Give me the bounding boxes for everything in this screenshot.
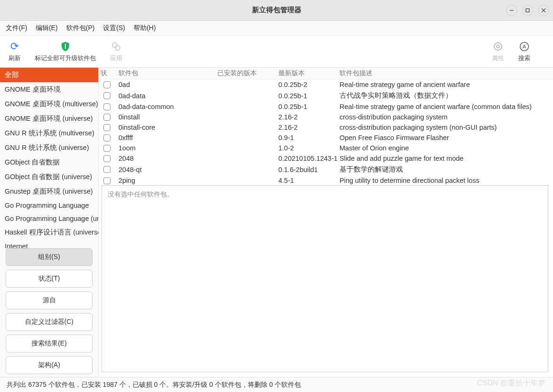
maximize-button[interactable] (522, 5, 533, 16)
apply-button: 应用 (110, 41, 122, 63)
status-checkbox[interactable] (103, 166, 111, 173)
sidebar: 全部GNOME 桌面环境GNOME 桌面环境 (multiverse)GNOME… (0, 68, 99, 377)
status-checkbox[interactable] (103, 177, 111, 184)
category-item[interactable]: GNU R 统计系统 (universe) (0, 141, 98, 155)
table-row[interactable]: 0install-core2.16-2cross-distribution pa… (99, 122, 553, 133)
category-item[interactable]: Go Programming Language (universe) (0, 212, 98, 225)
window-title: 新立得包管理器 (252, 6, 301, 15)
main-area: 全部GNOME 桌面环境GNOME 桌面环境 (multiverse)GNOME… (0, 68, 553, 377)
apply-label: 应用 (110, 54, 122, 63)
window-controls (506, 5, 549, 16)
menu-settings[interactable]: 设置(S) (103, 24, 125, 32)
table-row[interactable]: 0ad0.0.25b-2Real-time strategy game of a… (99, 79, 553, 90)
cell-description: Real-time strategy game of ancient warfa… (340, 81, 551, 88)
category-item[interactable]: GNU R 统计系统 (multiverse) (0, 126, 98, 141)
table-row[interactable]: 0ad-data-common0.0.25b-1Real-time strate… (99, 102, 553, 112)
menu-package[interactable]: 软件包(P) (66, 24, 95, 32)
cell-description: 基于数学的解谜游戏 (340, 165, 551, 174)
cell-latest: 2.16-2 (278, 124, 340, 131)
status-checkbox[interactable] (103, 81, 111, 88)
col-package[interactable]: 软件包 (118, 69, 217, 78)
filter-status[interactable]: 状态(T) (6, 270, 93, 288)
filter-custom[interactable]: 自定义过滤器(C) (6, 313, 93, 331)
category-item[interactable]: 全部 (0, 68, 98, 82)
search-button[interactable]: A 搜索 (518, 41, 530, 63)
content-pane: 状 软件包 已安装的版本 最新版本 软件包描述 0ad0.0.25b-2Real… (99, 68, 553, 377)
category-item[interactable]: Internet (0, 240, 98, 248)
cell-description: Master of Orion engine (340, 144, 551, 152)
category-item[interactable]: Gnustep 桌面环境 (universe) (0, 184, 98, 199)
table-header: 状 软件包 已安装的版本 最新版本 软件包描述 (99, 68, 553, 79)
status-text: 共列出 67375 个软件包，已安装 1987 个，已破损 0 个。将安装/升级… (7, 381, 301, 389)
close-button[interactable] (538, 5, 549, 16)
svg-point-5 (115, 46, 120, 50)
cell-package: 2ping (118, 177, 217, 184)
menu-file[interactable]: 文件(F) (6, 24, 27, 32)
status-checkbox[interactable] (103, 103, 111, 110)
category-item[interactable]: Haskell 程序设计语言 (universe) (0, 225, 98, 240)
toolbar: ⟳ 刷新 标记全部可升级软件包 应用 属性 A 搜索 (0, 36, 553, 68)
filter-sections[interactable]: 组别(S) (6, 248, 93, 266)
refresh-button[interactable]: ⟳ 刷新 (8, 41, 21, 63)
detail-empty: 没有选中任何软件包。 (108, 190, 174, 198)
table-body[interactable]: 0ad0.0.25b-2Real-time strategy game of a… (99, 79, 553, 185)
menu-edit[interactable]: 编辑(E) (36, 24, 58, 32)
svg-point-7 (497, 45, 499, 48)
minimize-button[interactable] (506, 5, 517, 16)
table-row[interactable]: 2048-qt0.1.6-2build1基于数学的解谜游戏 (99, 164, 553, 175)
package-table: 状 软件包 已安装的版本 最新版本 软件包描述 0ad0.0.25b-2Real… (99, 68, 553, 185)
category-list[interactable]: 全部GNOME 桌面环境GNOME 桌面环境 (multiverse)GNOME… (0, 68, 98, 248)
cell-package: 0ad-data-common (118, 103, 217, 110)
cell-latest: 0.9-1 (278, 134, 340, 141)
status-checkbox[interactable] (103, 155, 111, 162)
cell-latest: 0.20210105.1243-1 (278, 155, 340, 162)
refresh-label: 刷新 (8, 54, 21, 63)
filter-origin[interactable]: 源自 (6, 291, 93, 309)
table-row[interactable]: 0xffff0.9-1Open Free Fiasco Firmware Fla… (99, 133, 553, 143)
statusbar: 共列出 67375 个软件包，已安装 1987 个，已破损 0 个。将安装/升级… (0, 377, 553, 392)
category-item[interactable]: GNOME 桌面环境 (0, 82, 98, 97)
filter-results[interactable]: 搜索结果(E) (6, 335, 93, 353)
col-description[interactable]: 软件包描述 (340, 69, 551, 78)
filter-arch[interactable]: 架构(A) (6, 356, 93, 374)
cell-description: Open Free Fiasco Firmware Flasher (340, 134, 551, 141)
cell-package: 2048 (118, 155, 217, 162)
col-installed[interactable]: 已安装的版本 (217, 69, 278, 78)
cell-description: Ping utility to determine directional pa… (340, 177, 551, 184)
detail-pane: 没有选中任何软件包。 (102, 185, 548, 372)
col-latest[interactable]: 最新版本 (278, 69, 340, 78)
properties-label: 属性 (492, 54, 504, 63)
gear-icon (493, 41, 503, 52)
category-item[interactable]: GNOME 桌面环境 (multiverse) (0, 97, 98, 111)
menu-help[interactable]: 帮助(H) (134, 24, 156, 32)
cell-latest: 4.5-1 (278, 177, 340, 184)
category-item[interactable]: GObject 自省数据 (0, 155, 98, 170)
table-row[interactable]: 20480.20210105.1243-1Slide and add puzzl… (99, 153, 553, 164)
category-item[interactable]: Go Programming Language (0, 199, 98, 212)
search-label: 搜索 (518, 54, 530, 63)
cell-latest: 0.1.6-2build1 (278, 166, 340, 173)
cell-latest: 2.16-2 (278, 113, 340, 121)
cell-latest: 0.0.25b-2 (278, 81, 340, 88)
apply-icon (111, 41, 121, 52)
cell-description: cross-distribution packaging system (340, 113, 551, 121)
status-checkbox[interactable] (103, 124, 111, 131)
cell-package: 0ad (118, 81, 217, 88)
status-checkbox[interactable] (103, 145, 111, 152)
cell-package: 0xffff (118, 134, 217, 141)
table-row[interactable]: 0install2.16-2cross-distribution packagi… (99, 112, 553, 122)
table-row[interactable]: 2ping4.5-1Ping utility to determine dire… (99, 175, 553, 185)
cell-package: 1oom (118, 144, 217, 152)
status-checkbox[interactable] (103, 114, 111, 121)
table-row[interactable]: 1oom1.0-2Master of Orion engine (99, 143, 553, 153)
table-row[interactable]: 0ad-data0.0.25b-1古代战争实时策略游戏（数据文件） (99, 90, 553, 102)
cell-latest: 0.0.25b-1 (278, 103, 340, 110)
category-item[interactable]: GObject 自省数据 (universe) (0, 170, 98, 184)
properties-button: 属性 (492, 41, 504, 63)
mark-upgrades-button[interactable]: 标记全部可升级软件包 (35, 41, 96, 63)
cell-description: cross-distribution packaging system (non… (340, 124, 551, 131)
col-status[interactable]: 状 (101, 69, 118, 78)
status-checkbox[interactable] (103, 134, 111, 141)
status-checkbox[interactable] (103, 92, 111, 99)
category-item[interactable]: GNOME 桌面环境 (universe) (0, 111, 98, 126)
